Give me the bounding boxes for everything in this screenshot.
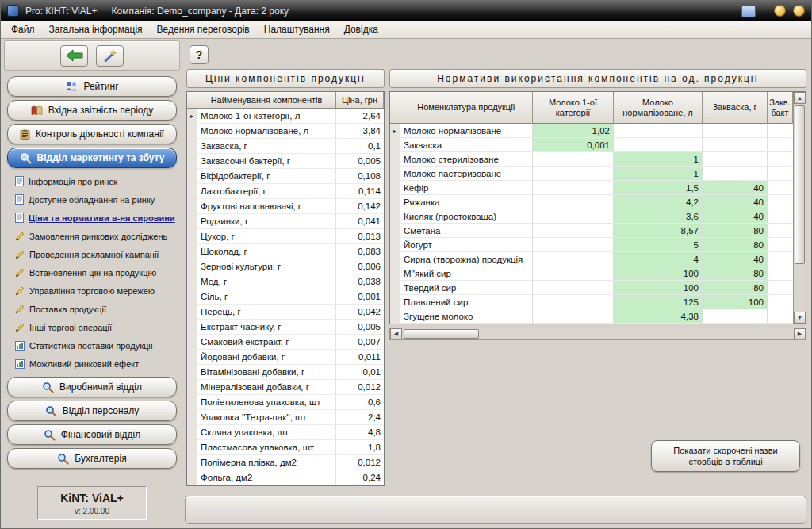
menu-negotiations[interactable]: Ведення переговорів (150, 21, 257, 37)
norms-grid[interactable]: Номенклатура продукції Молоко 1-ої катег… (389, 91, 806, 324)
table-row[interactable]: Сирна (творожна) продукція440 (390, 252, 793, 266)
table-row[interactable]: Смаковий екстракт, г0,007 (187, 335, 384, 350)
notepad-icon[interactable] (741, 5, 756, 17)
sidebar-button-incoming-reports[interactable]: Вхідна звітність періоду (7, 100, 177, 121)
norm-value-cell: 0,001 (533, 138, 614, 152)
back-button[interactable] (60, 45, 88, 67)
table-row[interactable]: Зернові культури, г0,006 (187, 259, 384, 274)
table-row[interactable]: Упаковка ''Тетра-пак'', шт2,4 (187, 410, 384, 425)
sidebar-button-accounting[interactable]: Бухгалтерія (7, 448, 177, 469)
table-row[interactable]: Кефір1,540 (390, 181, 793, 195)
table-row[interactable]: ▸Молоко нормалізоване1,02 (390, 124, 793, 138)
vertical-scroll-track[interactable] (794, 104, 806, 312)
component-price-cell: 0,01 (336, 365, 384, 380)
product-name-cell: М''який сир (400, 266, 533, 281)
table-row[interactable]: Молоко стерилізоване1 (390, 152, 793, 167)
table-row[interactable]: Ряжанка4,240 (390, 195, 793, 209)
table-row[interactable]: Сметана8,5780 (390, 224, 793, 238)
scroll-down-button[interactable]: ▼ (794, 312, 806, 324)
scroll-up-button[interactable]: ▲ (794, 92, 806, 104)
minimize-button[interactable] (774, 5, 786, 17)
table-row[interactable]: Вітамінізовані добавки, г0,01 (187, 365, 384, 380)
menu-help[interactable]: Довідка (337, 21, 385, 37)
table-row[interactable]: Родзинки, г0,041 (187, 214, 384, 229)
table-row[interactable]: Цукор, г0,013 (187, 229, 384, 244)
brand-version: v: 2.00.00 (41, 507, 143, 516)
sidebar-item-ad-campaign[interactable]: Проведення рекламної кампанії (12, 245, 180, 263)
close-button[interactable] (793, 5, 805, 17)
table-row[interactable]: Молоко нормалізоване, л3,84 (187, 124, 384, 139)
table-row[interactable]: Закваска0,001 (390, 138, 793, 152)
sidebar-button-marketing-dept[interactable]: Відділ маркетингу та збуту (7, 148, 177, 168)
sidebar-button-production[interactable]: Виробничий відділ (7, 377, 177, 397)
table-row[interactable]: Екстракт часнику, г0,005 (187, 320, 384, 335)
table-row[interactable]: ▸Молоко 1-ої категорії, л2,64 (187, 109, 384, 124)
table-row[interactable]: Фольга, дм20,24 (187, 470, 384, 485)
sidebar-button-personnel[interactable]: Відділ персоналу (7, 401, 177, 421)
table-row[interactable]: Плавлений сир125100 (390, 295, 793, 309)
vertical-scrollbar[interactable]: ▲ ▼ (793, 92, 806, 324)
sidebar-item-set-prices[interactable]: Встановлення цін на продукцію (12, 263, 180, 282)
table-row[interactable]: Мінералізовані добавки, г0,012 (187, 380, 384, 395)
scroll-right-button[interactable]: ▶ (794, 328, 806, 339)
component-name-cell: Пластмасова упаковка, шт (197, 440, 336, 455)
menu-file[interactable]: Файл (4, 21, 42, 37)
table-row[interactable]: Згущене молоко4,38 (390, 309, 793, 324)
scroll-left-button[interactable]: ◀ (390, 328, 402, 339)
table-row[interactable]: Мед, г0,038 (187, 274, 384, 289)
wizard-button[interactable] (96, 45, 124, 67)
sidebar-item-equipment[interactable]: Доступне обладнання на ринку (12, 190, 180, 209)
norm-value-cell: 8,57 (614, 224, 703, 238)
sidebar-item-prices-norms[interactable]: Ціни та нормативи в-ня сировини (12, 209, 180, 227)
sidebar-item-market-effect[interactable]: Можливий ринковий ефект (12, 355, 180, 373)
table-row[interactable]: Скляна упаковка, шт4,8 (187, 425, 384, 440)
table-row[interactable]: Біфідобактерії, г0,108 (187, 169, 384, 184)
table-row[interactable]: Пластмасова упаковка, шт1,8 (187, 440, 384, 455)
column-header-milk-normalized[interactable]: Молоко нормалізоване, л (614, 92, 703, 124)
table-row[interactable]: М''який сир10080 (390, 266, 793, 281)
norm-value-cell: 3,6 (614, 209, 703, 224)
table-row[interactable]: Поліетиленова упаковка, шт0,6 (187, 395, 384, 410)
column-header-price[interactable]: Ціна, грн (336, 92, 384, 109)
vertical-scroll-thumb[interactable] (795, 105, 805, 264)
horizontal-scrollbar[interactable]: ◀ ▶ (389, 328, 806, 340)
table-row[interactable]: Фруктові наповнювачі, г0,142 (187, 199, 384, 214)
table-row[interactable]: Шоколад, г0,083 (187, 244, 384, 259)
table-row[interactable]: Полімерна плівка, дм20,012 (187, 455, 384, 470)
horizontal-scroll-thumb[interactable] (404, 329, 479, 339)
sidebar-button-company-control[interactable]: Контроль діяльності компанії (7, 124, 177, 144)
components-grid[interactable]: Найменування компонентів Ціна, грн ▸Моло… (186, 91, 385, 486)
help-button[interactable]: ? (190, 45, 209, 64)
table-row[interactable]: Заквасочні бактерії, г0,005 (187, 154, 384, 169)
table-row[interactable]: Молоко пастеризоване1 (390, 167, 793, 181)
table-row[interactable]: Лактобактерії, г0,114 (187, 184, 384, 199)
product-name-cell: Молоко пастеризоване (400, 167, 533, 181)
show-short-names-button[interactable]: Показати скорочені назви стовбців в табл… (651, 440, 800, 472)
clipped-cell (768, 309, 793, 324)
row-indicator-cell (187, 305, 197, 320)
sidebar-item-supply-stats[interactable]: Статистика поставки продукції (12, 336, 180, 355)
sidebar-item-market-info[interactable]: Інформація про ринок (12, 172, 180, 190)
table-row[interactable]: Перець, г0,042 (187, 305, 384, 320)
table-row[interactable]: Закваска, г0,1 (187, 139, 384, 154)
sidebar-button-finance[interactable]: Фінансовий відділ (7, 424, 177, 445)
table-row[interactable]: Йодовані добавки, г0,011 (187, 350, 384, 365)
menu-general-info[interactable]: Загальна інформація (42, 21, 150, 37)
horizontal-scroll-track[interactable] (402, 328, 794, 339)
sidebar-item-other-trade-ops[interactable]: Інші торгові операції (12, 318, 180, 336)
column-header-starter-bacteria[interactable]: Закв. бакт (768, 92, 793, 124)
sidebar-item-product-supply[interactable]: Поставка продукції (12, 300, 180, 318)
menu-settings[interactable]: Налаштування (257, 21, 337, 37)
column-header-component-name[interactable]: Найменування компонентів (197, 92, 336, 109)
sidebar-item-research-orders[interactable]: Замовлення ринкових досліджень (12, 227, 180, 245)
table-row[interactable]: Йогурт580 (390, 238, 793, 252)
sidebar-button-rating[interactable]: Рейтинг (7, 76, 177, 97)
table-row[interactable]: Твердий сир10080 (390, 281, 793, 295)
column-header-product[interactable]: Номенклатура продукції (400, 92, 533, 124)
row-indicator-cell (187, 229, 197, 244)
table-row[interactable]: Сіль, г0,001 (187, 289, 384, 305)
sidebar-item-trade-network[interactable]: Управління торговою мережею (12, 282, 180, 300)
column-header-milk1[interactable]: Молоко 1-ої категорії (533, 92, 614, 124)
table-row[interactable]: Кисляк (простокваша)3,640 (390, 209, 793, 224)
column-header-starter[interactable]: Закваска, г (703, 92, 768, 124)
